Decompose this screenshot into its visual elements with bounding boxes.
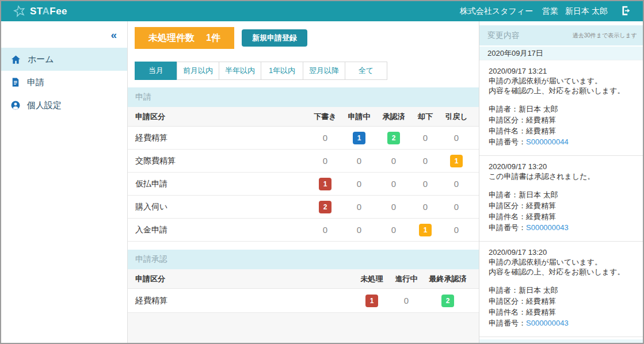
notification-field: 申請件名：経費精算 xyxy=(489,125,634,136)
brand-logo: STAFee xyxy=(13,5,67,18)
field-label: 申請区分： xyxy=(489,297,526,305)
sidebar-item-label: 個人設定 xyxy=(27,100,62,111)
field-label: 申請区分： xyxy=(489,116,526,124)
field-label: 申請区分： xyxy=(489,201,526,210)
applications-table: 申請区分下書き申請中承認済却下引戻し経費精算01200交際費精算00001仮払申… xyxy=(128,107,479,242)
count-cell: 1 xyxy=(342,132,376,144)
field-value: 経費精算 xyxy=(526,212,556,221)
count-badge-orange[interactable]: 1 xyxy=(419,224,432,236)
row-name: 入金申請 xyxy=(128,225,308,235)
application-number-link[interactable]: S000000043 xyxy=(526,319,569,327)
application-number-link[interactable]: S000000043 xyxy=(526,223,569,232)
tab-within-one-year[interactable]: 1年以内 xyxy=(261,62,303,80)
count-cell: 0 xyxy=(376,202,411,212)
header-cell: 下書き xyxy=(308,112,342,122)
count-cell: 0 xyxy=(342,202,376,212)
header-cell: 却下 xyxy=(411,112,440,122)
count-cell: 1 xyxy=(353,295,390,307)
notification-field: 申請区分：経費精算 xyxy=(489,296,634,307)
header-cell: 未処理 xyxy=(353,274,390,284)
tab-next-month-onward[interactable]: 翌月以降 xyxy=(303,62,345,80)
main-top-row: 未処理件数 1件 新規申請登録 xyxy=(135,27,479,49)
field-value: 経費精算 xyxy=(526,308,556,316)
sidebar-collapse-button[interactable]: « xyxy=(110,29,117,40)
field-label: 申請者： xyxy=(489,105,519,113)
top-header: STAFee 株式会社スタフィー 営業 新日本 太郎 xyxy=(1,1,643,21)
applications-section-header: 申請 xyxy=(128,87,479,107)
sidebar: « ホーム申請個人設定 xyxy=(1,21,128,343)
field-label: 申請件名： xyxy=(489,308,526,316)
sidebar-item-label: 申請 xyxy=(27,77,44,88)
table-row: 仮払申請10000 xyxy=(128,173,479,196)
sidebar-nav: ホーム申請個人設定 xyxy=(1,48,127,117)
sidebar-item-application[interactable]: 申請 xyxy=(1,71,127,94)
pending-count-label: 未処理件数 xyxy=(148,32,195,44)
count-cell: 0 xyxy=(440,133,473,143)
table-row: 経費精算01200 xyxy=(128,127,479,150)
table-header-row: 申請区分下書き申請中承認済却下引戻し xyxy=(128,107,479,127)
header-cell-name: 申請区分 xyxy=(128,112,308,122)
user-info: 株式会社スタフィー 営業 新日本 太郎 xyxy=(460,5,632,18)
table-row: 入金申請00010 xyxy=(128,219,479,242)
notification-message: この申請書は承認されました。 xyxy=(489,171,634,181)
notification-message: 申請の承認依頼が届いています。 xyxy=(489,76,634,86)
application-number-link[interactable]: S000000044 xyxy=(526,137,569,146)
pending-count-box: 未処理件数 1件 xyxy=(135,27,234,49)
header-cell: 引戻し xyxy=(440,112,473,122)
logout-button[interactable] xyxy=(620,5,632,18)
approvals-section-title: 申請承認 xyxy=(135,254,167,265)
count-cell: 0 xyxy=(440,179,473,189)
count-cell: 0 xyxy=(308,133,342,143)
field-label: 申請番号： xyxy=(489,319,526,327)
count-badge-red[interactable]: 1 xyxy=(319,178,331,190)
count-badge-blue[interactable]: 1 xyxy=(353,132,365,144)
field-label: 申請件名： xyxy=(489,127,526,135)
main-filler xyxy=(128,313,479,343)
approvals-section-header: 申請承認 xyxy=(128,250,479,269)
change-log-panel: 変更内容 過去30件まで表示します 2020年09月17日 2020/09/17… xyxy=(479,21,643,343)
row-name: 経費精算 xyxy=(128,133,308,143)
user-icon xyxy=(10,100,21,110)
field-value: 経費精算 xyxy=(526,201,556,210)
count-cell: 0 xyxy=(411,133,440,143)
notification-fields: 申請者：新日本 太郎申請区分：経費精算申請件名：経費精算申請番号：S000000… xyxy=(489,189,634,233)
tab-all[interactable]: 全て xyxy=(345,62,387,80)
tab-within-half-year[interactable]: 半年以内 xyxy=(219,62,261,80)
row-name: 経費精算 xyxy=(128,296,353,306)
change-log-date-header: 2020年09月17日 xyxy=(479,47,643,60)
sidebar-item-label: ホーム xyxy=(28,54,54,65)
count-badge-red[interactable]: 1 xyxy=(365,295,378,307)
sidebar-item-home[interactable]: ホーム xyxy=(1,48,127,71)
app-window: STAFee 株式会社スタフィー 営業 新日本 太郎 « ホーム申請個人設定 xyxy=(1,1,643,343)
field-value: 経費精算 xyxy=(526,127,556,135)
table-header-row: 申請区分未処理進行中最終承認済 xyxy=(128,269,479,289)
notification-time: 2020/09/17 13:21 xyxy=(489,66,634,76)
count-cell: 0 xyxy=(376,225,411,235)
tab-current-month[interactable]: 当月 xyxy=(135,62,177,80)
count-badge-orange[interactable]: 1 xyxy=(450,155,463,167)
new-request-button[interactable]: 新規申請登録 xyxy=(242,29,307,47)
next-date-band-partial xyxy=(479,338,643,343)
notification-field: 申請区分：経費精算 xyxy=(489,114,634,125)
applications-section-title: 申請 xyxy=(135,92,151,102)
count-cell: 0 xyxy=(411,179,440,189)
star-logo-icon xyxy=(13,5,26,18)
count-cell: 1 xyxy=(308,178,342,190)
tab-within-last-month[interactable]: 前月以内 xyxy=(177,62,219,80)
notification-field: 申請件名：経費精算 xyxy=(489,307,634,318)
period-tabs: 当月前月以内半年以内1年以内翌月以降全て xyxy=(135,62,479,80)
count-cell: 2 xyxy=(376,132,411,144)
count-badge-green[interactable]: 2 xyxy=(387,132,400,144)
count-badge-red[interactable]: 2 xyxy=(319,201,331,213)
row-name: 購入伺い xyxy=(128,202,308,212)
sidebar-item-personal-settings[interactable]: 個人設定 xyxy=(1,94,127,117)
count-badge-green[interactable]: 2 xyxy=(441,295,454,307)
notification-message: 内容を確認の上、対応をお願いします。 xyxy=(489,86,634,95)
count-cell: 0 xyxy=(376,156,411,166)
notification-field: 申請番号：S000000043 xyxy=(489,222,634,233)
approvals-table: 申請区分未処理進行中最終承認済経費精算102 xyxy=(128,269,479,313)
table-row: 経費精算102 xyxy=(128,289,479,313)
count-cell: 2 xyxy=(308,201,342,213)
count-cell: 0 xyxy=(342,179,376,189)
notification-field: 申請者：新日本 太郎 xyxy=(489,189,634,200)
